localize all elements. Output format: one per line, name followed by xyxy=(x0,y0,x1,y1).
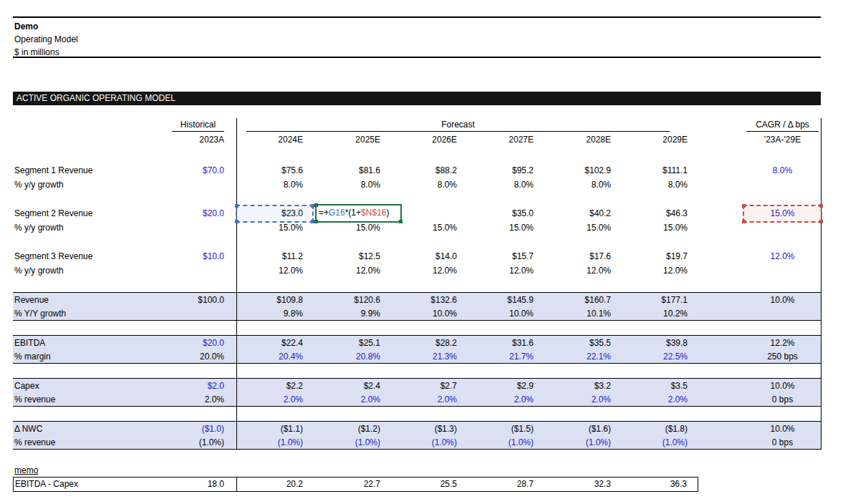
cell-revenue-2024E[interactable]: $109.8 xyxy=(236,293,314,306)
col-header-2025E[interactable]: 2025E xyxy=(314,132,391,147)
cell-segment-2-revenue-2027E[interactable]: $35.0 xyxy=(468,206,544,220)
cell-revenue-2023A[interactable]: 2.0% xyxy=(165,392,236,406)
cell-revenue-cagr[interactable]: 0 bps xyxy=(744,392,821,406)
cell-y-y-growth-2024E[interactable]: 12.0% xyxy=(236,263,314,278)
cell-y-y-growth-2029E[interactable]: 10.2% xyxy=(622,306,698,320)
col-header-2026E[interactable]: 2026E xyxy=(391,132,468,147)
cell-revenue-2024E[interactable]: (1.0%) xyxy=(236,435,314,449)
cell-segment-2-revenue-2029E[interactable]: $46.3 xyxy=(622,206,698,220)
row-label-segment-3-revenue[interactable]: Segment 3 Revenue xyxy=(13,249,165,263)
cell-y-y-growth-2026E[interactable]: 15.0% xyxy=(391,220,468,235)
cell-y-y-growth-cagr[interactable] xyxy=(744,220,821,235)
row-label-ebitda[interactable]: EBITDA xyxy=(13,336,165,349)
cell-margin-2027E[interactable]: 21.7% xyxy=(468,349,544,363)
cell-revenue-2029E[interactable]: (1.0%) xyxy=(622,435,698,449)
col-header-2027E[interactable]: 2027E xyxy=(468,132,544,147)
row-label-revenue[interactable]: Revenue xyxy=(13,293,165,306)
cell-segment-1-revenue-cagr[interactable]: 8.0% xyxy=(744,163,821,178)
cell-revenue-2026E[interactable]: (1.0%) xyxy=(391,435,468,449)
cell-nwc-2028E[interactable]: ($1.6) xyxy=(544,422,622,435)
col-header-cagr-period[interactable]: '23A-'29E xyxy=(744,132,821,147)
row-label-y-y-growth[interactable]: % y/y growth xyxy=(13,263,165,278)
cell-revenue-2029E[interactable]: $177.1 xyxy=(622,293,698,306)
cell-capex-2028E[interactable]: $3.2 xyxy=(544,379,622,392)
cell-y-y-growth-2023A[interactable] xyxy=(165,306,236,320)
cell-y-y-growth-cagr[interactable] xyxy=(744,178,821,192)
cell-segment-1-revenue-2025E[interactable]: $81.6 xyxy=(314,163,391,178)
cell-y-y-growth-2025E[interactable]: 8.0% xyxy=(314,178,391,192)
cell-margin-2026E[interactable]: 21.3% xyxy=(391,349,468,363)
cell-capex-2027E[interactable]: $2.9 xyxy=(468,379,544,392)
cell-ebitda-2023A[interactable]: $20.0 xyxy=(165,336,236,349)
cell-ebitda-capex-2025E[interactable]: 22.7 xyxy=(314,478,391,491)
cell-segment-3-revenue-2024E[interactable]: $11.2 xyxy=(236,249,314,263)
col-header-2029E[interactable]: 2029E xyxy=(622,132,698,147)
cell-revenue-2023A[interactable]: $100.0 xyxy=(165,293,236,306)
cell-segment-3-revenue-2025E[interactable]: $12.5 xyxy=(314,249,391,263)
row-label-margin[interactable]: % margin xyxy=(13,349,165,363)
memo-row-label[interactable]: EBITDA - Capex xyxy=(14,478,165,491)
cell-revenue-2028E[interactable]: $160.7 xyxy=(544,293,622,306)
cell-y-y-growth-2023A[interactable] xyxy=(165,263,236,278)
cell-ebitda-2026E[interactable]: $28.2 xyxy=(391,336,468,349)
cell-nwc-2025E[interactable]: ($1.2) xyxy=(314,422,391,435)
cell-segment-2-revenue-2028E[interactable]: $40.2 xyxy=(544,206,622,220)
cell-y-y-growth-2027E[interactable]: 12.0% xyxy=(468,263,544,278)
cell-ebitda-2024E[interactable]: $22.4 xyxy=(236,336,314,349)
row-label-revenue[interactable]: % revenue xyxy=(13,435,165,449)
col-header-2023A[interactable]: 2023A xyxy=(165,132,236,147)
cell-nwc-2024E[interactable]: ($1.1) xyxy=(236,422,314,435)
cell-revenue-2029E[interactable]: 2.0% xyxy=(622,392,698,406)
formula-edit-cell[interactable]: =+G16*(1+$N$16) xyxy=(315,204,402,223)
cell-segment-2-revenue-2026E[interactable] xyxy=(391,206,468,220)
cell-ebitda-cagr[interactable]: 12.2% xyxy=(744,336,821,349)
cell-segment-3-revenue-2027E[interactable]: $15.7 xyxy=(468,249,544,263)
cell-ebitda-2027E[interactable]: $31.6 xyxy=(468,336,544,349)
cell-nwc-2027E[interactable]: ($1.5) xyxy=(468,422,544,435)
cell-segment-3-revenue-cagr[interactable]: 12.0% xyxy=(744,249,821,263)
cell-y-y-growth-2029E[interactable]: 8.0% xyxy=(622,178,698,192)
cell-y-y-growth-2028E[interactable]: 10.1% xyxy=(544,306,622,320)
cell-segment-3-revenue-2029E[interactable]: $19.7 xyxy=(622,249,698,263)
cell-y-y-growth-2024E[interactable]: 9.8% xyxy=(236,306,314,320)
cell-capex-2029E[interactable]: $3.5 xyxy=(622,379,698,392)
cell-nwc-cagr[interactable]: 10.0% xyxy=(744,422,821,435)
cell-segment-3-revenue-2028E[interactable]: $17.6 xyxy=(544,249,622,263)
cell-revenue-2025E[interactable]: (1.0%) xyxy=(314,435,391,449)
cell-y-y-growth-2027E[interactable]: 10.0% xyxy=(468,306,544,320)
cell-margin-2028E[interactable]: 22.1% xyxy=(544,349,622,363)
cell-y-y-growth-2024E[interactable]: 15.0% xyxy=(236,220,314,235)
cell-ebitda-capex-2024E[interactable]: 20.2 xyxy=(236,478,314,491)
cell-ebitda-capex-2029E[interactable]: 36.3 xyxy=(622,478,698,491)
cell-y-y-growth-cagr[interactable] xyxy=(744,306,821,320)
cell-revenue-2028E[interactable]: 2.0% xyxy=(544,392,622,406)
cell-y-y-growth-2025E[interactable]: 9.9% xyxy=(314,306,391,320)
cell-y-y-growth-2027E[interactable]: 15.0% xyxy=(468,220,544,235)
cell-ebitda-capex-2026E[interactable]: 25.5 xyxy=(391,478,468,491)
cell-y-y-growth-2029E[interactable]: 12.0% xyxy=(622,263,698,278)
cell-capex-2026E[interactable]: $2.7 xyxy=(391,379,468,392)
cell-margin-2025E[interactable]: 20.8% xyxy=(314,349,391,363)
row-label-revenue[interactable]: % revenue xyxy=(13,392,165,406)
cell-ebitda-capex-2027E[interactable]: 28.7 xyxy=(468,478,544,491)
cell-segment-1-revenue-2027E[interactable]: $95.2 xyxy=(468,163,544,178)
row-label-y-y-growth[interactable]: % y/y growth xyxy=(13,178,165,192)
cell-capex-cagr[interactable]: 10.0% xyxy=(744,379,821,392)
row-label-capex[interactable]: Capex xyxy=(13,379,165,392)
cell-ebitda-2028E[interactable]: $35.5 xyxy=(544,336,622,349)
cell-ebitda-2029E[interactable]: $39.8 xyxy=(622,336,698,349)
cell-revenue-2028E[interactable]: (1.0%) xyxy=(544,435,622,449)
cell-revenue-cagr[interactable]: 0 bps xyxy=(744,435,821,449)
cell-y-y-growth-2023A[interactable] xyxy=(165,178,236,192)
cell-y-y-growth-2028E[interactable]: 12.0% xyxy=(544,263,622,278)
row-label-y-y-growth[interactable]: % Y/Y growth xyxy=(13,306,165,320)
cell-revenue-2025E[interactable]: $120.6 xyxy=(314,293,391,306)
row-label-nwc[interactable]: Δ NWC xyxy=(13,422,165,435)
cell-y-y-growth-2026E[interactable]: 8.0% xyxy=(391,178,468,192)
cell-y-y-growth-2028E[interactable]: 8.0% xyxy=(544,178,622,192)
row-label-segment-1-revenue[interactable]: Segment 1 Revenue xyxy=(13,163,165,178)
col-header-2024E[interactable]: 2024E xyxy=(236,132,314,147)
cell-nwc-2026E[interactable]: ($1.3) xyxy=(391,422,468,435)
cell-margin-cagr[interactable]: 250 bps xyxy=(744,349,821,363)
cell-segment-2-revenue-2023A[interactable]: $20.0 xyxy=(165,206,236,220)
